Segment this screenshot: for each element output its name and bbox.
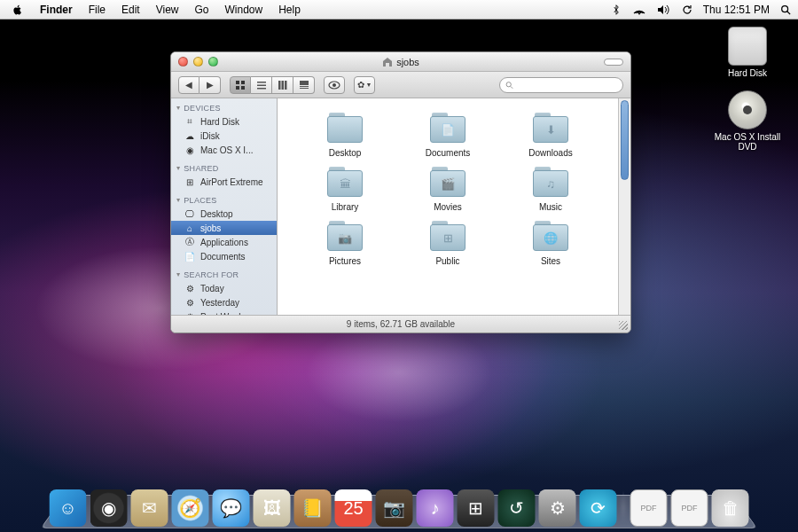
svg-rect-8 xyxy=(257,84,266,86)
bluetooth-icon[interactable] xyxy=(611,4,622,15)
clock[interactable]: Thu 12:51 PM xyxy=(703,4,770,16)
svg-point-17 xyxy=(332,83,336,87)
dock-trash[interactable]: 🗑 xyxy=(712,489,749,527)
sidebar-item-applications[interactable]: ⒶApplications xyxy=(171,235,277,249)
search-input[interactable] xyxy=(517,80,617,90)
coverflow-view-button[interactable] xyxy=(293,76,315,94)
resize-grip[interactable] xyxy=(619,321,628,330)
column-view-button[interactable] xyxy=(272,76,293,94)
dock-photo-booth[interactable]: 📷 xyxy=(376,489,413,527)
menu-view[interactable]: View xyxy=(148,0,187,19)
dock-separator xyxy=(623,491,624,523)
gear-icon: ✿ xyxy=(357,80,364,90)
dock-mail[interactable]: ✉ xyxy=(131,489,168,527)
sidebar-heading[interactable]: PLACES xyxy=(171,194,277,207)
list-view-button[interactable] xyxy=(251,76,272,94)
icon-view-button[interactable] xyxy=(230,76,251,94)
dock-preview[interactable]: 🖼 xyxy=(254,489,291,527)
volume-icon[interactable] xyxy=(657,4,671,15)
sidebar-item-hard-disk[interactable]: ⌗Hard Disk xyxy=(171,114,277,129)
folder-sites[interactable]: 🌐Sites xyxy=(501,219,600,266)
desktop-icon-label: Mac OS X Install DVD xyxy=(708,132,787,152)
folder-public[interactable]: ⊞Public xyxy=(398,219,497,266)
forward-button[interactable]: ▶ xyxy=(200,76,221,94)
folder-pictures[interactable]: 📷Pictures xyxy=(295,219,395,266)
sidebar-item-label: Applications xyxy=(200,238,248,247)
menu-go[interactable]: Go xyxy=(187,0,217,19)
folder-downloads[interactable]: ⬇Downloads xyxy=(501,111,600,158)
folder-label: Sites xyxy=(541,256,560,266)
action-menu-button[interactable]: ✿▼ xyxy=(354,76,375,94)
sidebar-item-label: Hard Disk xyxy=(200,117,239,127)
vertical-scrollbar[interactable] xyxy=(618,98,630,315)
folder-desktop[interactable]: Desktop xyxy=(295,111,395,158)
folder-library[interactable]: 🏛Library xyxy=(295,165,395,212)
dock: ☺◉✉🧭💬🖼📒25📷♪⊞↺⚙⟳PDFPDF🗑 xyxy=(41,479,758,528)
sidebar-item-idisk[interactable]: ☁iDisk xyxy=(171,129,277,143)
menu-window[interactable]: Window xyxy=(217,0,271,19)
sidebar-item-mac-os-x-i-[interactable]: ◉Mac OS X I... xyxy=(171,143,277,157)
sidebar-item-today[interactable]: ⚙Today xyxy=(171,281,277,295)
dock-spaces[interactable]: ⊞ xyxy=(458,489,495,527)
folder-movies[interactable]: 🎬Movies xyxy=(398,165,497,212)
dock-ical[interactable]: 25 xyxy=(335,489,372,527)
dock-finder[interactable]: ☺ xyxy=(50,489,87,527)
svg-line-2 xyxy=(787,11,790,13)
sidebar-item-sjobs[interactable]: ⌂sjobs xyxy=(171,221,277,235)
airport-icon[interactable] xyxy=(632,4,646,15)
spotlight-icon[interactable] xyxy=(780,4,791,15)
svg-rect-13 xyxy=(300,81,309,85)
toolbar-toggle-button[interactable] xyxy=(604,59,623,66)
dock-isync[interactable]: ⟳ xyxy=(580,489,617,527)
folder-icon: 🌐 xyxy=(530,219,571,253)
sidebar-item-yesterday[interactable]: ⚙Yesterday xyxy=(171,295,277,309)
dock-safari[interactable]: 🧭 xyxy=(172,489,209,527)
dock-ichat[interactable]: 💬 xyxy=(213,489,250,527)
svg-rect-11 xyxy=(281,81,284,90)
dock-address-book[interactable]: 📒 xyxy=(294,489,332,527)
net-icon: ⊞ xyxy=(184,176,196,187)
sidebar-heading[interactable]: SHARED xyxy=(171,162,277,175)
quick-look-button[interactable] xyxy=(324,76,345,94)
finder-window: sjobs ◀ ▶ ✿▼ DEVICES⌗Hard Disk☁iDisk◉Mac… xyxy=(170,51,631,333)
folder-music[interactable]: ♫Music xyxy=(501,165,600,212)
dock-document-2[interactable]: PDF xyxy=(671,489,708,527)
scrollbar-thumb[interactable] xyxy=(621,100,629,180)
sidebar-item-documents[interactable]: 📄Documents xyxy=(171,249,277,263)
dock-itunes[interactable]: ♪ xyxy=(417,489,454,527)
desktop-icon-install-dvd[interactable]: Mac OS X Install DVD xyxy=(708,90,787,152)
sidebar-heading[interactable]: DEVICES xyxy=(171,102,277,114)
apple-menu[interactable] xyxy=(9,0,32,19)
menu-edit[interactable]: Edit xyxy=(113,0,148,19)
app-icon: ⊞ xyxy=(468,497,483,519)
folder-documents[interactable]: 📄Documents xyxy=(398,111,497,158)
sync-icon[interactable] xyxy=(682,4,692,15)
apps-icon: Ⓐ xyxy=(184,237,196,247)
folder-label: Documents xyxy=(426,148,471,158)
desktop-icon-hard-disk[interactable]: Hard Disk xyxy=(708,27,787,78)
finder-sidebar: DEVICES⌗Hard Disk☁iDisk◉Mac OS X I...SHA… xyxy=(171,98,278,315)
folder-label: Downloads xyxy=(528,148,572,158)
dock-time-machine[interactable]: ↺ xyxy=(498,489,536,527)
finder-toolbar: ◀ ▶ ✿▼ xyxy=(171,72,630,98)
dock-system-preferences[interactable]: ⚙ xyxy=(539,489,576,527)
menu-help[interactable]: Help xyxy=(270,0,309,19)
app-icon: ↺ xyxy=(509,497,524,519)
sidebar-item-airport-extreme[interactable]: ⊞AirPort Extreme xyxy=(171,175,277,189)
svg-rect-15 xyxy=(300,88,309,89)
status-bar: 9 items, 62.71 GB available xyxy=(171,315,630,332)
back-button[interactable]: ◀ xyxy=(178,76,200,94)
search-field[interactable] xyxy=(499,77,623,93)
window-titlebar[interactable]: sjobs xyxy=(171,52,630,72)
sidebar-heading[interactable]: SEARCH FOR xyxy=(171,269,277,281)
dock-document-1[interactable]: PDF xyxy=(630,489,668,527)
sidebar-item-label: Desktop xyxy=(200,209,233,219)
menu-app-name[interactable]: Finder xyxy=(32,0,81,19)
svg-rect-14 xyxy=(300,86,309,87)
view-mode-switcher xyxy=(230,76,315,94)
folder-label: Public xyxy=(435,256,459,266)
dock-dashboard[interactable]: ◉ xyxy=(90,489,128,527)
app-icon: 🧭 xyxy=(179,497,201,519)
sidebar-item-desktop[interactable]: 🖵Desktop xyxy=(171,207,277,221)
menu-file[interactable]: File xyxy=(81,0,113,19)
